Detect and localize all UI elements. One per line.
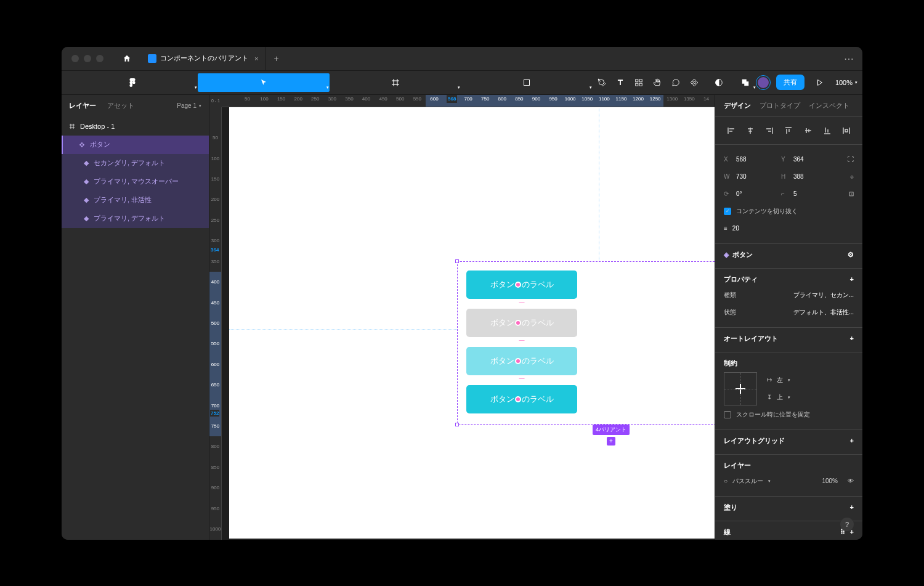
close-tab-icon[interactable]: × — [254, 55, 258, 62]
y-input[interactable]: 364 — [793, 156, 821, 163]
constraint-h-select[interactable]: 左 — [777, 376, 783, 385]
variant-icon: ◆ — [84, 159, 89, 167]
tab-assets[interactable]: アセット — [107, 101, 134, 110]
text-tool-button[interactable] — [611, 73, 630, 92]
page-selector[interactable]: Page 1▾ — [177, 102, 201, 109]
app-menu-button[interactable]: ⋯ — [844, 53, 855, 65]
layer-frame[interactable]: Desktop - 1 — [62, 117, 209, 136]
mask-icon[interactable] — [710, 73, 728, 92]
ruler-vertical: 364 752 50100150200250300350400450500550… — [209, 107, 222, 540]
width-input[interactable]: 730 — [736, 173, 764, 180]
button-variant[interactable]: ボタンのラベル — [466, 347, 577, 375]
layer-variant[interactable]: ◆プライマリ, 非活性 — [62, 191, 209, 210]
lock-aspect-icon[interactable]: ⟐ — [850, 173, 854, 180]
component-settings-icon[interactable]: ⚙ — [848, 251, 854, 259]
constraints-section: 制約 ↦左▾ ↧上▾ スクロール時に位置を固定 — [715, 352, 862, 430]
ruler-horizontal: 568 1298 5010015020025030035040045050055… — [222, 95, 715, 107]
x-input[interactable]: 568 — [736, 156, 764, 163]
add-fill-button[interactable]: + — [850, 503, 854, 511]
alignment-guide — [599, 107, 599, 261]
title-bar: コンポーネントのバリアント × + ⋯ — [62, 47, 862, 70]
button-variant[interactable]: ボタンのラベル — [466, 385, 577, 413]
variant-frame[interactable]: ボタンのラベル—ボタンのラベル—ボタンのラベル—ボタンのラベル 4バリアント + — [457, 261, 715, 425]
visibility-icon[interactable]: 👁 — [848, 478, 854, 484]
distribute-icon[interactable] — [840, 123, 854, 138]
align-left-icon[interactable] — [724, 123, 738, 138]
tab-prototype[interactable]: プロトタイプ — [760, 101, 800, 110]
tab-layers[interactable]: レイヤー — [69, 101, 96, 110]
corner-radius-input[interactable]: 5 — [793, 190, 821, 197]
align-to-pixel-icon[interactable]: ⛶ — [848, 156, 854, 163]
fix-on-scroll-checkbox[interactable] — [724, 411, 731, 418]
comment-tool-button[interactable] — [667, 73, 685, 92]
clip-content-checkbox[interactable]: ✓ — [724, 208, 731, 215]
alignment-section — [715, 117, 862, 145]
toolbar-right: 共有 100%▾ — [756, 73, 857, 92]
independent-corners-icon[interactable]: ⊡ — [849, 190, 854, 197]
shape-tool-button[interactable]: ▾ — [461, 73, 592, 92]
svg-marker-8 — [817, 79, 822, 85]
tab-inspect[interactable]: インスペクト — [809, 101, 849, 110]
right-panel: デザイン プロトタイプ インスペクト X568Y364⛶ W7 — [715, 95, 862, 540]
button-variant[interactable]: ボタンのラベル — [466, 271, 577, 299]
window-controls — [67, 55, 103, 62]
blend-mode-select[interactable]: パススルー — [732, 477, 763, 486]
left-panel-tabs: レイヤー アセット Page 1▾ — [62, 95, 209, 117]
frame-tool-button[interactable]: ▾ — [330, 73, 461, 92]
spacing-indicator: — — [519, 337, 525, 347]
move-tool-button[interactable]: ▾ — [198, 73, 329, 92]
opacity-input[interactable]: 100% — [822, 478, 838, 484]
resize-handle[interactable] — [455, 259, 459, 263]
help-button[interactable]: ? — [840, 518, 854, 531]
constraint-grid[interactable] — [724, 372, 757, 405]
canvas[interactable]: ボタンのラベル—ボタンのラベル—ボタンのラベル—ボタンのラベル 4バリアント + — [222, 107, 715, 540]
close-window-icon[interactable] — [71, 55, 79, 62]
align-right-icon[interactable] — [763, 123, 777, 138]
component-section: ◈ボタン⚙ — [715, 244, 862, 269]
constraint-v-select[interactable]: 上 — [777, 393, 783, 402]
button-variant[interactable]: ボタンのラベル — [466, 309, 577, 337]
canvas-area[interactable]: 0 - 1 568 1298 5010015020025030035040045… — [209, 95, 715, 540]
layer-variant[interactable]: ◆プライマリ, マウスオーバー — [62, 173, 209, 191]
present-button[interactable] — [811, 73, 829, 92]
app-window: コンポーネントのバリアント × + ⋯ ▾ ▾ ▾ ▾ — [62, 47, 862, 540]
add-property-button[interactable]: + — [850, 275, 854, 283]
layer-component-set[interactable]: ボタン — [62, 136, 209, 154]
clip-content-label: コンテンツを切り抜く — [736, 207, 798, 216]
layer-variant[interactable]: ◆プライマリ, デフォルト — [62, 210, 209, 228]
zoom-dropdown[interactable]: 100%▾ — [835, 79, 857, 86]
main-menu-button[interactable]: ▾ — [67, 73, 198, 92]
create-component-icon[interactable] — [685, 73, 703, 92]
home-button[interactable] — [118, 50, 136, 67]
boolean-ops-button[interactable]: ▾ — [734, 73, 756, 92]
avatar[interactable] — [756, 76, 770, 89]
align-bottom-icon[interactable] — [820, 123, 834, 138]
share-button[interactable]: 共有 — [776, 75, 804, 90]
properties-section: プロパティ+ 種類プライマリ、セカン... 状態デフォルト、非活性... — [715, 269, 862, 328]
add-grid-button[interactable]: + — [850, 437, 854, 444]
rotation-input[interactable]: 0° — [736, 190, 764, 197]
add-tab-button[interactable]: + — [274, 54, 278, 63]
tab-design[interactable]: デザイン — [724, 101, 751, 110]
resources-button[interactable] — [630, 73, 648, 92]
variant-count-badge: 4バリアント — [593, 425, 630, 435]
resize-handle[interactable] — [455, 423, 459, 426]
property-row[interactable]: 種類プライマリ、セカン... — [724, 287, 854, 304]
align-top-icon[interactable] — [782, 123, 796, 138]
property-row[interactable]: 状態デフォルト、非活性... — [724, 304, 854, 321]
add-autolayout-button[interactable]: + — [850, 335, 854, 342]
add-variant-button[interactable]: + — [607, 437, 615, 446]
maximize-window-icon[interactable] — [96, 55, 103, 62]
pen-tool-button[interactable] — [593, 73, 611, 92]
align-center-h-icon[interactable] — [743, 123, 757, 138]
selection-marker-top: 364 — [210, 246, 219, 253]
file-tab[interactable]: コンポーネントのバリアント × — [140, 47, 266, 70]
svg-rect-0 — [524, 79, 530, 85]
gap-input[interactable]: 20 — [732, 225, 760, 232]
align-center-v-icon[interactable] — [801, 123, 815, 138]
height-input[interactable]: 388 — [793, 173, 821, 180]
hand-tool-button[interactable] — [648, 73, 667, 92]
layer-variant[interactable]: ◆セカンダリ, デフォルト — [62, 154, 209, 173]
minimize-window-icon[interactable] — [84, 55, 91, 62]
artboard[interactable]: ボタンのラベル—ボタンのラベル—ボタンのラベル—ボタンのラベル 4バリアント + — [229, 107, 715, 539]
